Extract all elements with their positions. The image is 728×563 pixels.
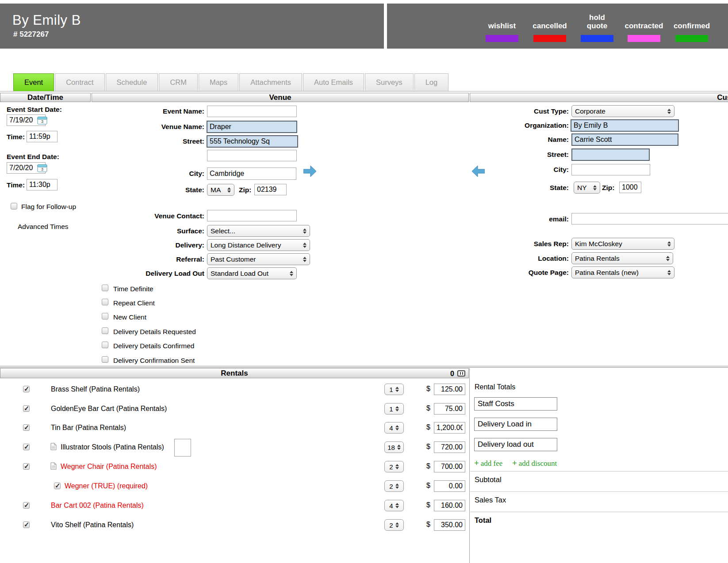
rental-totals-title: Rental Totals <box>475 383 515 391</box>
surface-select[interactable]: Select... <box>207 225 310 237</box>
tab-attachments[interactable]: Attachments <box>239 73 302 91</box>
rental-checkbox[interactable] <box>23 463 30 470</box>
rental-item-name: Bar Cart 002 (Patina Rentals) <box>51 502 144 510</box>
rentals-vertical-divider <box>469 368 470 563</box>
rental-price-input[interactable] <box>434 384 465 395</box>
rental-item-name: Wegner Chair (Patina Rentals) <box>61 463 157 471</box>
tab-crm[interactable]: CRM <box>159 73 198 91</box>
event-name-input[interactable] <box>207 106 297 117</box>
cust-type-select[interactable]: Corporate <box>571 105 674 117</box>
rental-price-input[interactable] <box>434 519 465 531</box>
delivery-load-in-input[interactable]: Delivery Load in <box>474 418 557 431</box>
tab-schedule[interactable]: Schedule <box>106 73 158 91</box>
document-icon[interactable] <box>50 462 57 472</box>
rental-qty-stepper[interactable]: 2 <box>384 461 404 472</box>
flag-follow-up-checkbox[interactable] <box>11 203 17 209</box>
rental-qty-value: 2 <box>389 463 393 471</box>
currency-symbol: $ <box>426 482 430 490</box>
referral-select[interactable]: Past Customer <box>207 253 310 265</box>
customer-city-input[interactable] <box>571 164 650 175</box>
email-input[interactable] <box>571 213 728 224</box>
venue-street-input[interactable] <box>207 135 298 148</box>
quote-page-value: Patina Rentals (new) <box>575 269 639 277</box>
chevron-up-down-icon <box>395 406 399 411</box>
tab-contract[interactable]: Contract <box>55 73 104 91</box>
advanced-times-link[interactable]: Advanced Times <box>18 223 69 231</box>
add-discount-link[interactable]: +add discount <box>512 458 557 468</box>
tab-surveys[interactable]: Surveys <box>365 73 414 91</box>
rental-row: Brass Shelf (Patina Rentals) 1 $ <box>0 380 469 399</box>
delivery-load-out-select[interactable]: Standard Load Out <box>207 267 297 279</box>
staff-costs-input[interactable]: Staff Costs <box>474 397 557 411</box>
venue-contact-input[interactable] <box>207 210 297 221</box>
rental-qty-stepper[interactable]: 4 <box>384 422 404 434</box>
rental-qty-stepper[interactable]: 1 <box>384 403 404 415</box>
sales-rep-label: Sales Rep: <box>480 240 569 248</box>
rental-price-input[interactable] <box>434 500 465 511</box>
rental-checkbox[interactable] <box>23 521 30 528</box>
delivery-details-requested-checkbox[interactable] <box>102 327 108 334</box>
rental-qty-stepper[interactable]: 2 <box>384 480 404 492</box>
document-icon[interactable] <box>50 443 57 452</box>
rental-qty-stepper[interactable]: 2 <box>384 519 404 531</box>
delivery-details-confirmed-checkbox[interactable] <box>102 342 108 348</box>
outlet-icon[interactable] <box>457 370 465 377</box>
rental-extra-box[interactable] <box>174 439 191 456</box>
event-name-label: Event Name: <box>103 107 204 115</box>
sales-rep-select[interactable]: Kim McCloskey <box>571 238 674 250</box>
calendar-icon[interactable]: 3 <box>37 164 47 174</box>
customer-name-input[interactable] <box>571 133 678 146</box>
rental-qty-value: 4 <box>389 502 393 510</box>
chevron-up-down-icon <box>593 185 597 190</box>
tab-event[interactable]: Event <box>13 73 54 91</box>
venue-city-input[interactable] <box>207 167 296 180</box>
legend-swatch-confirmed <box>675 35 708 42</box>
rental-qty-stepper[interactable]: 4 <box>384 500 404 511</box>
venue-zip-input[interactable] <box>254 184 287 195</box>
rental-price-input[interactable] <box>434 461 465 472</box>
customer-street-input[interactable] <box>571 148 650 161</box>
referral-label: Referral: <box>103 255 204 263</box>
quote-page-select[interactable]: Patina Rentals (new) <box>571 266 674 278</box>
delivery-select[interactable]: Long Distance Delivery <box>207 239 310 251</box>
legend-label: wishlist <box>488 22 516 30</box>
tab-maps[interactable]: Maps <box>199 73 238 91</box>
tab-log[interactable]: Log <box>414 73 449 91</box>
delivery-label: Delivery: <box>103 241 204 249</box>
event-start-date-field: 3 <box>7 114 55 129</box>
repeat-client-checkbox[interactable] <box>102 299 108 305</box>
rental-checkbox[interactable] <box>23 502 30 509</box>
rental-checkbox[interactable] <box>23 386 30 392</box>
rental-qty-stepper[interactable]: 1 <box>384 384 404 395</box>
time-definite-checkbox[interactable] <box>102 285 108 291</box>
surface-label: Surface: <box>103 227 204 235</box>
location-value: Patina Rentals <box>575 255 620 262</box>
rental-qty-stepper[interactable]: 18 <box>384 441 404 453</box>
venue-state-select[interactable]: MA <box>207 184 234 196</box>
venue-street2-input[interactable] <box>207 150 297 161</box>
organization-input[interactable] <box>571 119 679 132</box>
end-time-input[interactable] <box>27 179 57 190</box>
tab-auto-emails[interactable]: Auto Emails <box>303 73 364 91</box>
delivery-confirmation-sent-checkbox[interactable] <box>102 356 108 363</box>
customer-zip-input[interactable] <box>619 182 641 193</box>
rental-checkbox[interactable] <box>23 405 30 412</box>
rental-checkbox[interactable] <box>23 444 30 450</box>
delivery-load-out-input[interactable]: Delivery load out <box>474 438 557 451</box>
copy-venue-to-customer-arrow-icon[interactable] <box>303 165 317 179</box>
chevron-up-down-icon <box>395 425 399 430</box>
start-time-input[interactable] <box>27 131 57 142</box>
rental-price-input[interactable] <box>434 480 465 492</box>
rental-price-input[interactable] <box>434 441 465 453</box>
new-client-checkbox[interactable] <box>102 313 108 320</box>
rental-price-input[interactable] <box>434 403 465 415</box>
calendar-icon[interactable]: 3 <box>37 116 47 126</box>
location-select[interactable]: Patina Rentals <box>571 252 673 264</box>
chevron-up-down-icon <box>303 257 307 262</box>
rental-checkbox[interactable] <box>23 424 30 431</box>
customer-state-select[interactable]: NY <box>574 182 600 194</box>
venue-name-input[interactable] <box>207 121 297 133</box>
rental-checkbox[interactable] <box>54 483 61 489</box>
rental-price-input[interactable] <box>434 422 465 434</box>
add-fee-link[interactable]: +add fee <box>474 458 502 468</box>
